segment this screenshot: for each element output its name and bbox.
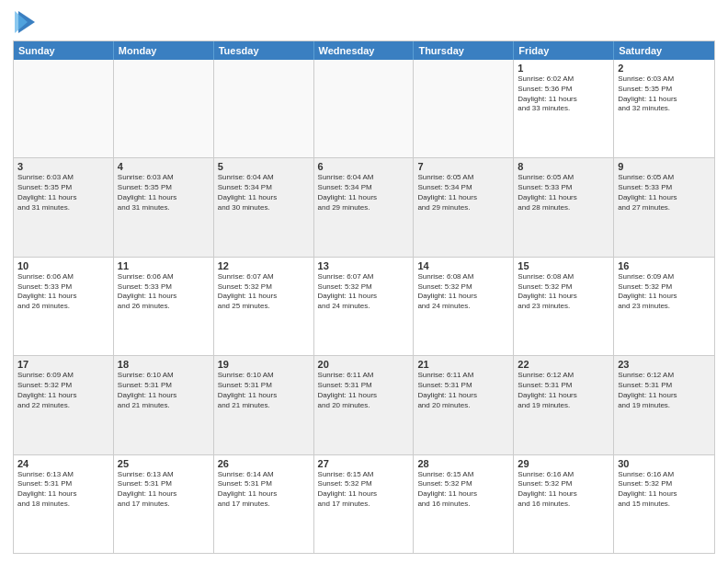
calendar: SundayMondayTuesdayWednesdayThursdayFrid… bbox=[13, 40, 715, 554]
day-number: 21 bbox=[417, 359, 509, 370]
calendar-day-8: 8Sunrise: 6:05 AMSunset: 5:33 PMDaylight… bbox=[514, 158, 614, 256]
calendar-week-4: 17Sunrise: 6:09 AMSunset: 5:32 PMDayligh… bbox=[14, 356, 714, 454]
day-info: Sunrise: 6:10 AMSunset: 5:31 PMDaylight:… bbox=[218, 371, 310, 410]
calendar-day-13: 13Sunrise: 6:07 AMSunset: 5:32 PMDayligh… bbox=[314, 258, 415, 355]
calendar-week-5: 24Sunrise: 6:13 AMSunset: 5:31 PMDayligh… bbox=[14, 455, 714, 553]
weekday-header-thursday: Thursday bbox=[414, 41, 514, 60]
calendar-week-1: 1Sunrise: 6:02 AMSunset: 5:36 PMDaylight… bbox=[14, 60, 714, 158]
calendar-day-15: 15Sunrise: 6:08 AMSunset: 5:32 PMDayligh… bbox=[514, 258, 614, 355]
day-info: Sunrise: 6:03 AMSunset: 5:35 PMDaylight:… bbox=[618, 75, 711, 114]
calendar-day-22: 22Sunrise: 6:12 AMSunset: 5:31 PMDayligh… bbox=[514, 356, 614, 454]
day-number: 15 bbox=[518, 260, 609, 271]
day-info: Sunrise: 6:09 AMSunset: 5:32 PMDaylight:… bbox=[618, 272, 711, 312]
day-info: Sunrise: 6:16 AMSunset: 5:32 PMDaylight:… bbox=[518, 470, 609, 510]
day-number: 28 bbox=[417, 458, 509, 469]
calendar-day-27: 27Sunrise: 6:15 AMSunset: 5:32 PMDayligh… bbox=[314, 455, 415, 553]
calendar-day-10: 10Sunrise: 6:06 AMSunset: 5:33 PMDayligh… bbox=[14, 258, 114, 355]
weekday-header-sunday: Sunday bbox=[14, 41, 114, 60]
day-info: Sunrise: 6:09 AMSunset: 5:32 PMDaylight:… bbox=[17, 371, 109, 410]
day-number: 10 bbox=[17, 260, 109, 271]
day-number: 13 bbox=[318, 260, 410, 271]
day-info: Sunrise: 6:05 AMSunset: 5:33 PMDaylight:… bbox=[518, 173, 609, 213]
day-number: 3 bbox=[17, 161, 109, 172]
page: SundayMondayTuesdayWednesdayThursdayFrid… bbox=[0, 0, 728, 563]
day-number: 18 bbox=[118, 359, 210, 370]
day-info: Sunrise: 6:13 AMSunset: 5:31 PMDaylight:… bbox=[17, 470, 109, 510]
day-info: Sunrise: 6:08 AMSunset: 5:32 PMDaylight:… bbox=[417, 272, 509, 312]
logo-icon bbox=[15, 9, 35, 35]
day-info: Sunrise: 6:06 AMSunset: 5:33 PMDaylight:… bbox=[17, 272, 109, 312]
calendar-day-25: 25Sunrise: 6:13 AMSunset: 5:31 PMDayligh… bbox=[114, 455, 214, 553]
calendar-day-1: 1Sunrise: 6:02 AMSunset: 5:36 PMDaylight… bbox=[514, 60, 614, 157]
calendar-week-2: 3Sunrise: 6:03 AMSunset: 5:35 PMDaylight… bbox=[14, 158, 714, 257]
calendar-header: SundayMondayTuesdayWednesdayThursdayFrid… bbox=[14, 41, 714, 60]
day-info: Sunrise: 6:11 AMSunset: 5:31 PMDaylight:… bbox=[417, 371, 509, 410]
logo-area bbox=[13, 9, 35, 35]
day-info: Sunrise: 6:15 AMSunset: 5:32 PMDaylight:… bbox=[318, 470, 410, 510]
day-info: Sunrise: 6:14 AMSunset: 5:31 PMDaylight:… bbox=[218, 470, 310, 510]
weekday-header-saturday: Saturday bbox=[614, 41, 714, 60]
calendar-day-3: 3Sunrise: 6:03 AMSunset: 5:35 PMDaylight… bbox=[14, 158, 114, 256]
day-info: Sunrise: 6:12 AMSunset: 5:31 PMDaylight:… bbox=[618, 371, 711, 410]
day-number: 22 bbox=[518, 359, 609, 370]
calendar-day-14: 14Sunrise: 6:08 AMSunset: 5:32 PMDayligh… bbox=[414, 258, 514, 355]
weekday-header-wednesday: Wednesday bbox=[314, 41, 415, 60]
day-number: 27 bbox=[318, 458, 410, 469]
calendar-day-30: 30Sunrise: 6:16 AMSunset: 5:32 PMDayligh… bbox=[614, 455, 714, 553]
empty-cell bbox=[14, 60, 114, 157]
day-info: Sunrise: 6:02 AMSunset: 5:36 PMDaylight:… bbox=[518, 75, 609, 114]
day-info: Sunrise: 6:07 AMSunset: 5:32 PMDaylight:… bbox=[318, 272, 410, 312]
empty-cell bbox=[414, 60, 514, 157]
day-info: Sunrise: 6:05 AMSunset: 5:33 PMDaylight:… bbox=[618, 173, 711, 213]
weekday-header-friday: Friday bbox=[514, 41, 614, 60]
calendar-day-18: 18Sunrise: 6:10 AMSunset: 5:31 PMDayligh… bbox=[114, 356, 214, 454]
day-info: Sunrise: 6:16 AMSunset: 5:32 PMDaylight:… bbox=[618, 470, 711, 510]
day-info: Sunrise: 6:03 AMSunset: 5:35 PMDaylight:… bbox=[17, 173, 109, 213]
header bbox=[13, 9, 715, 35]
calendar-week-3: 10Sunrise: 6:06 AMSunset: 5:33 PMDayligh… bbox=[14, 258, 714, 356]
day-number: 11 bbox=[118, 260, 210, 271]
day-number: 1 bbox=[518, 63, 609, 74]
day-number: 19 bbox=[218, 359, 310, 370]
day-number: 26 bbox=[218, 458, 310, 469]
weekday-header-tuesday: Tuesday bbox=[214, 41, 314, 60]
day-number: 5 bbox=[218, 161, 310, 172]
calendar-day-4: 4Sunrise: 6:03 AMSunset: 5:35 PMDaylight… bbox=[114, 158, 214, 256]
weekday-header-monday: Monday bbox=[114, 41, 214, 60]
day-info: Sunrise: 6:13 AMSunset: 5:31 PMDaylight:… bbox=[118, 470, 210, 510]
calendar-day-7: 7Sunrise: 6:05 AMSunset: 5:34 PMDaylight… bbox=[414, 158, 514, 256]
day-info: Sunrise: 6:06 AMSunset: 5:33 PMDaylight:… bbox=[118, 272, 210, 312]
day-number: 7 bbox=[417, 161, 509, 172]
calendar-day-11: 11Sunrise: 6:06 AMSunset: 5:33 PMDayligh… bbox=[114, 258, 214, 355]
day-info: Sunrise: 6:05 AMSunset: 5:34 PMDaylight:… bbox=[417, 173, 509, 213]
day-info: Sunrise: 6:15 AMSunset: 5:32 PMDaylight:… bbox=[417, 470, 509, 510]
calendar-day-20: 20Sunrise: 6:11 AMSunset: 5:31 PMDayligh… bbox=[314, 356, 415, 454]
empty-cell bbox=[214, 60, 314, 157]
day-number: 14 bbox=[417, 260, 509, 271]
day-number: 4 bbox=[118, 161, 210, 172]
calendar-day-5: 5Sunrise: 6:04 AMSunset: 5:34 PMDaylight… bbox=[214, 158, 314, 256]
day-number: 16 bbox=[618, 260, 711, 271]
day-number: 20 bbox=[318, 359, 410, 370]
calendar-day-26: 26Sunrise: 6:14 AMSunset: 5:31 PMDayligh… bbox=[214, 455, 314, 553]
calendar-day-28: 28Sunrise: 6:15 AMSunset: 5:32 PMDayligh… bbox=[414, 455, 514, 553]
day-info: Sunrise: 6:04 AMSunset: 5:34 PMDaylight:… bbox=[318, 173, 410, 213]
calendar-day-24: 24Sunrise: 6:13 AMSunset: 5:31 PMDayligh… bbox=[14, 455, 114, 553]
day-number: 6 bbox=[318, 161, 410, 172]
calendar-day-17: 17Sunrise: 6:09 AMSunset: 5:32 PMDayligh… bbox=[14, 356, 114, 454]
calendar-day-21: 21Sunrise: 6:11 AMSunset: 5:31 PMDayligh… bbox=[414, 356, 514, 454]
day-number: 29 bbox=[518, 458, 609, 469]
calendar-day-16: 16Sunrise: 6:09 AMSunset: 5:32 PMDayligh… bbox=[614, 258, 714, 355]
day-number: 12 bbox=[218, 260, 310, 271]
day-info: Sunrise: 6:07 AMSunset: 5:32 PMDaylight:… bbox=[218, 272, 310, 312]
day-number: 8 bbox=[518, 161, 609, 172]
day-info: Sunrise: 6:04 AMSunset: 5:34 PMDaylight:… bbox=[218, 173, 310, 213]
day-number: 17 bbox=[17, 359, 109, 370]
day-info: Sunrise: 6:12 AMSunset: 5:31 PMDaylight:… bbox=[518, 371, 609, 410]
calendar-day-23: 23Sunrise: 6:12 AMSunset: 5:31 PMDayligh… bbox=[614, 356, 714, 454]
day-info: Sunrise: 6:10 AMSunset: 5:31 PMDaylight:… bbox=[118, 371, 210, 410]
empty-cell bbox=[114, 60, 214, 157]
calendar-day-6: 6Sunrise: 6:04 AMSunset: 5:34 PMDaylight… bbox=[314, 158, 415, 256]
day-number: 9 bbox=[618, 161, 711, 172]
calendar-day-12: 12Sunrise: 6:07 AMSunset: 5:32 PMDayligh… bbox=[214, 258, 314, 355]
